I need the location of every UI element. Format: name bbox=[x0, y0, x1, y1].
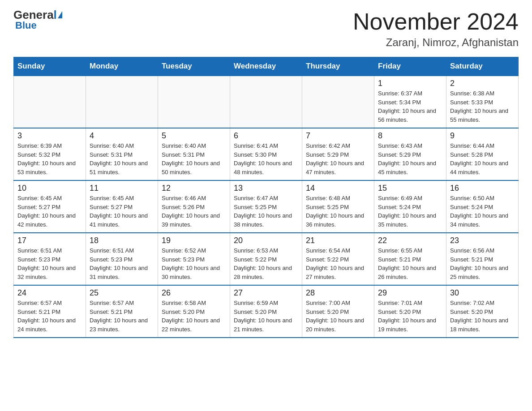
table-row: 6Sunrise: 6:41 AMSunset: 5:30 PMDaylight… bbox=[230, 128, 302, 180]
table-row: 22Sunrise: 6:55 AMSunset: 5:21 PMDayligh… bbox=[374, 233, 446, 285]
day-number: 15 bbox=[378, 184, 442, 193]
day-number: 24 bbox=[17, 288, 82, 298]
header-friday: Friday bbox=[374, 57, 446, 76]
day-number: 14 bbox=[306, 184, 370, 193]
day-number: 22 bbox=[378, 236, 442, 245]
table-row: 23Sunrise: 6:56 AMSunset: 5:21 PMDayligh… bbox=[446, 233, 519, 285]
calendar-header-row: Sunday Monday Tuesday Wednesday Thursday… bbox=[14, 57, 519, 76]
table-row: 1Sunrise: 6:37 AMSunset: 5:34 PMDaylight… bbox=[374, 76, 446, 128]
table-row: 27Sunrise: 6:59 AMSunset: 5:20 PMDayligh… bbox=[230, 285, 302, 338]
day-number: 18 bbox=[90, 236, 154, 245]
table-row bbox=[86, 76, 158, 128]
table-row: 19Sunrise: 6:52 AMSunset: 5:23 PMDayligh… bbox=[158, 233, 230, 285]
day-info: Sunrise: 6:55 AMSunset: 5:21 PMDaylight:… bbox=[378, 246, 442, 281]
header-tuesday: Tuesday bbox=[158, 57, 230, 76]
day-number: 3 bbox=[17, 131, 82, 141]
page-title: November 2024 bbox=[353, 9, 519, 34]
header-sunday: Sunday bbox=[14, 57, 86, 76]
day-number: 12 bbox=[162, 184, 226, 193]
day-number: 30 bbox=[450, 288, 515, 298]
day-info: Sunrise: 6:52 AMSunset: 5:23 PMDaylight:… bbox=[162, 246, 226, 281]
day-number: 23 bbox=[450, 236, 515, 245]
day-number: 4 bbox=[90, 131, 154, 141]
table-row: 14Sunrise: 6:48 AMSunset: 5:25 PMDayligh… bbox=[302, 180, 374, 233]
day-info: Sunrise: 6:43 AMSunset: 5:29 PMDaylight:… bbox=[378, 141, 442, 176]
day-number: 26 bbox=[162, 288, 226, 298]
day-number: 13 bbox=[234, 184, 298, 193]
day-number: 9 bbox=[450, 131, 515, 141]
day-info: Sunrise: 6:41 AMSunset: 5:30 PMDaylight:… bbox=[234, 141, 298, 176]
calendar-week-row: 1Sunrise: 6:37 AMSunset: 5:34 PMDaylight… bbox=[14, 76, 519, 128]
day-number: 29 bbox=[378, 288, 442, 298]
day-info: Sunrise: 6:45 AMSunset: 5:27 PMDaylight:… bbox=[17, 194, 82, 229]
table-row: 30Sunrise: 7:02 AMSunset: 5:20 PMDayligh… bbox=[446, 285, 519, 338]
day-info: Sunrise: 6:47 AMSunset: 5:25 PMDaylight:… bbox=[234, 194, 298, 229]
table-row: 25Sunrise: 6:57 AMSunset: 5:21 PMDayligh… bbox=[86, 285, 158, 338]
logo-general-text: General bbox=[13, 9, 57, 21]
day-info: Sunrise: 6:57 AMSunset: 5:21 PMDaylight:… bbox=[90, 299, 154, 334]
table-row: 24Sunrise: 6:57 AMSunset: 5:21 PMDayligh… bbox=[14, 285, 86, 338]
day-number: 25 bbox=[90, 288, 154, 298]
day-number: 7 bbox=[306, 131, 370, 141]
day-info: Sunrise: 6:45 AMSunset: 5:27 PMDaylight:… bbox=[90, 194, 154, 229]
table-row: 10Sunrise: 6:45 AMSunset: 5:27 PMDayligh… bbox=[14, 180, 86, 233]
day-number: 21 bbox=[306, 236, 370, 245]
table-row: 20Sunrise: 6:53 AMSunset: 5:22 PMDayligh… bbox=[230, 233, 302, 285]
table-row: 16Sunrise: 6:50 AMSunset: 5:24 PMDayligh… bbox=[446, 180, 519, 233]
table-row: 29Sunrise: 7:01 AMSunset: 5:20 PMDayligh… bbox=[374, 285, 446, 338]
day-info: Sunrise: 6:51 AMSunset: 5:23 PMDaylight:… bbox=[90, 246, 154, 281]
calendar-week-row: 10Sunrise: 6:45 AMSunset: 5:27 PMDayligh… bbox=[14, 180, 519, 233]
day-info: Sunrise: 7:02 AMSunset: 5:20 PMDaylight:… bbox=[450, 299, 515, 334]
day-number: 5 bbox=[162, 131, 226, 141]
table-row: 11Sunrise: 6:45 AMSunset: 5:27 PMDayligh… bbox=[86, 180, 158, 233]
table-row bbox=[230, 76, 302, 128]
day-info: Sunrise: 6:54 AMSunset: 5:22 PMDaylight:… bbox=[306, 246, 370, 281]
day-info: Sunrise: 6:48 AMSunset: 5:25 PMDaylight:… bbox=[306, 194, 370, 229]
table-row bbox=[302, 76, 374, 128]
table-row: 2Sunrise: 6:38 AMSunset: 5:33 PMDaylight… bbox=[446, 76, 519, 128]
table-row: 5Sunrise: 6:40 AMSunset: 5:31 PMDaylight… bbox=[158, 128, 230, 180]
day-number: 16 bbox=[450, 184, 515, 193]
table-row: 17Sunrise: 6:51 AMSunset: 5:23 PMDayligh… bbox=[14, 233, 86, 285]
table-row: 15Sunrise: 6:49 AMSunset: 5:24 PMDayligh… bbox=[374, 180, 446, 233]
day-info: Sunrise: 6:58 AMSunset: 5:20 PMDaylight:… bbox=[162, 299, 226, 334]
calendar-week-row: 17Sunrise: 6:51 AMSunset: 5:23 PMDayligh… bbox=[14, 233, 519, 285]
header-wednesday: Wednesday bbox=[230, 57, 302, 76]
logo-blue-text: Blue bbox=[13, 20, 37, 31]
logo-triangle-icon bbox=[58, 11, 62, 18]
day-info: Sunrise: 6:40 AMSunset: 5:31 PMDaylight:… bbox=[162, 141, 226, 176]
day-number: 8 bbox=[378, 131, 442, 141]
day-number: 17 bbox=[17, 236, 82, 245]
day-info: Sunrise: 6:40 AMSunset: 5:31 PMDaylight:… bbox=[90, 141, 154, 176]
day-number: 20 bbox=[234, 236, 298, 245]
table-row bbox=[14, 76, 86, 128]
table-row: 7Sunrise: 6:42 AMSunset: 5:29 PMDaylight… bbox=[302, 128, 374, 180]
day-info: Sunrise: 6:51 AMSunset: 5:23 PMDaylight:… bbox=[17, 246, 82, 281]
day-info: Sunrise: 6:56 AMSunset: 5:21 PMDaylight:… bbox=[450, 246, 515, 281]
header-saturday: Saturday bbox=[446, 57, 519, 76]
day-number: 28 bbox=[306, 288, 370, 298]
header-thursday: Thursday bbox=[302, 57, 374, 76]
page-header: General Blue November 2024 Zaranj, Nimro… bbox=[13, 9, 519, 49]
day-info: Sunrise: 6:38 AMSunset: 5:33 PMDaylight:… bbox=[450, 89, 515, 124]
title-block: November 2024 Zaranj, Nimroz, Afghanista… bbox=[353, 9, 519, 49]
logo: General Blue bbox=[13, 9, 62, 31]
table-row: 4Sunrise: 6:40 AMSunset: 5:31 PMDaylight… bbox=[86, 128, 158, 180]
table-row: 9Sunrise: 6:44 AMSunset: 5:28 PMDaylight… bbox=[446, 128, 519, 180]
page-subtitle: Zaranj, Nimroz, Afghanistan bbox=[353, 36, 519, 49]
calendar-week-row: 24Sunrise: 6:57 AMSunset: 5:21 PMDayligh… bbox=[14, 285, 519, 338]
table-row: 13Sunrise: 6:47 AMSunset: 5:25 PMDayligh… bbox=[230, 180, 302, 233]
day-info: Sunrise: 6:39 AMSunset: 5:32 PMDaylight:… bbox=[17, 141, 82, 176]
day-info: Sunrise: 7:00 AMSunset: 5:20 PMDaylight:… bbox=[306, 299, 370, 334]
header-monday: Monday bbox=[86, 57, 158, 76]
table-row: 21Sunrise: 6:54 AMSunset: 5:22 PMDayligh… bbox=[302, 233, 374, 285]
day-info: Sunrise: 7:01 AMSunset: 5:20 PMDaylight:… bbox=[378, 299, 442, 334]
table-row: 26Sunrise: 6:58 AMSunset: 5:20 PMDayligh… bbox=[158, 285, 230, 338]
day-info: Sunrise: 6:53 AMSunset: 5:22 PMDaylight:… bbox=[234, 246, 298, 281]
day-info: Sunrise: 6:49 AMSunset: 5:24 PMDaylight:… bbox=[378, 194, 442, 229]
day-info: Sunrise: 6:57 AMSunset: 5:21 PMDaylight:… bbox=[17, 299, 82, 334]
day-number: 11 bbox=[90, 184, 154, 193]
table-row: 3Sunrise: 6:39 AMSunset: 5:32 PMDaylight… bbox=[14, 128, 86, 180]
day-number: 6 bbox=[234, 131, 298, 141]
day-info: Sunrise: 6:37 AMSunset: 5:34 PMDaylight:… bbox=[378, 89, 442, 124]
